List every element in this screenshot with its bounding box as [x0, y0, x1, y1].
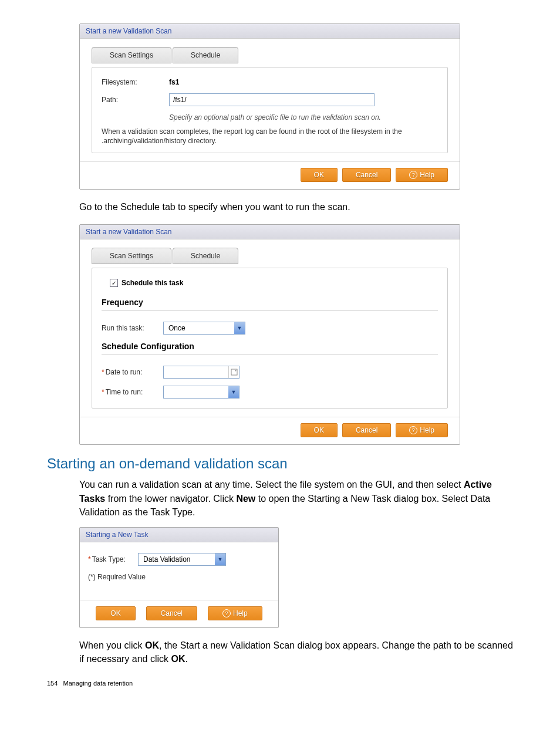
validation-scan-dialog-settings: Start a new Validation Scan Scan Setting… — [79, 23, 460, 190]
date-to-run-input[interactable] — [163, 366, 239, 379]
task-type-label: *Task Type: — [88, 555, 138, 563]
scan-info-text: When a validation scan completes, the re… — [102, 127, 438, 146]
chevron-down-icon: ▼ — [228, 386, 239, 398]
ok-button[interactable]: OK — [301, 168, 338, 182]
schedule-task-checkbox[interactable]: ✓ — [110, 279, 118, 287]
svg-rect-0 — [231, 369, 237, 375]
tab-scan-settings[interactable]: Scan Settings — [92, 248, 171, 264]
task-type-value: Data Validation — [139, 555, 215, 563]
run-task-label: Run this task: — [102, 324, 163, 332]
cancel-button[interactable]: Cancel — [342, 423, 391, 437]
path-input[interactable] — [169, 93, 375, 106]
run-task-value: Once — [164, 324, 234, 332]
help-button[interactable]: Help — [396, 423, 448, 437]
chapter-title: Managing data retention — [63, 680, 133, 687]
section-heading-on-demand: Starting an on-demand validation scan — [47, 455, 513, 472]
task-type-select[interactable]: Data Validation ▼ — [138, 553, 226, 566]
run-task-select[interactable]: Once ▼ — [163, 322, 245, 335]
schedule-instruction: Go to the Schedule tab to specify when y… — [79, 200, 466, 214]
path-hint: Specify an optional path or specific fil… — [169, 113, 438, 121]
dialog-title: Starting a New Task — [80, 528, 278, 542]
tab-schedule[interactable]: Schedule — [173, 248, 238, 264]
filesystem-value: fs1 — [169, 78, 179, 86]
chevron-down-icon: ▼ — [215, 553, 225, 565]
time-to-run-label: *Time to run: — [102, 388, 163, 396]
on-demand-para-1: You can run a validation scan at any tim… — [79, 478, 513, 519]
scan-settings-panel: Filesystem: fs1 Path: Specify an optiona… — [92, 67, 448, 153]
ok-button[interactable]: OK — [96, 606, 135, 620]
schedule-config-heading: Schedule Configuration — [102, 342, 438, 355]
cancel-button[interactable]: Cancel — [146, 606, 197, 620]
starting-new-task-dialog: Starting a New Task *Task Type: Data Val… — [79, 527, 279, 628]
required-value-note: (*) Required Value — [88, 573, 270, 581]
help-button[interactable]: Help — [396, 168, 448, 182]
path-label: Path: — [102, 96, 169, 104]
date-to-run-label: *Date to run: — [102, 368, 163, 376]
page-footer: 154 Managing data retention — [47, 680, 513, 687]
schedule-task-label: Schedule this task — [122, 279, 183, 287]
cancel-button[interactable]: Cancel — [342, 168, 391, 182]
help-button[interactable]: Help — [208, 606, 262, 620]
on-demand-para-2: When you click OK, the Start a new Valid… — [79, 639, 513, 666]
schedule-panel: ✓ Schedule this task Frequency Run this … — [92, 268, 448, 409]
validation-scan-dialog-schedule: Start a new Validation Scan Scan Setting… — [79, 224, 460, 445]
svg-point-1 — [235, 370, 236, 372]
dialog-title: Start a new Validation Scan — [80, 24, 460, 39]
tab-schedule[interactable]: Schedule — [173, 47, 238, 63]
filesystem-label: Filesystem: — [102, 78, 169, 86]
ok-button[interactable]: OK — [301, 423, 338, 437]
time-to-run-select[interactable]: ▼ — [163, 386, 239, 399]
dialog-title: Start a new Validation Scan — [80, 225, 460, 239]
frequency-heading: Frequency — [102, 298, 438, 311]
page-number: 154 — [47, 680, 58, 687]
calendar-icon — [228, 366, 239, 378]
tab-scan-settings[interactable]: Scan Settings — [92, 47, 171, 63]
chevron-down-icon: ▼ — [234, 322, 245, 334]
